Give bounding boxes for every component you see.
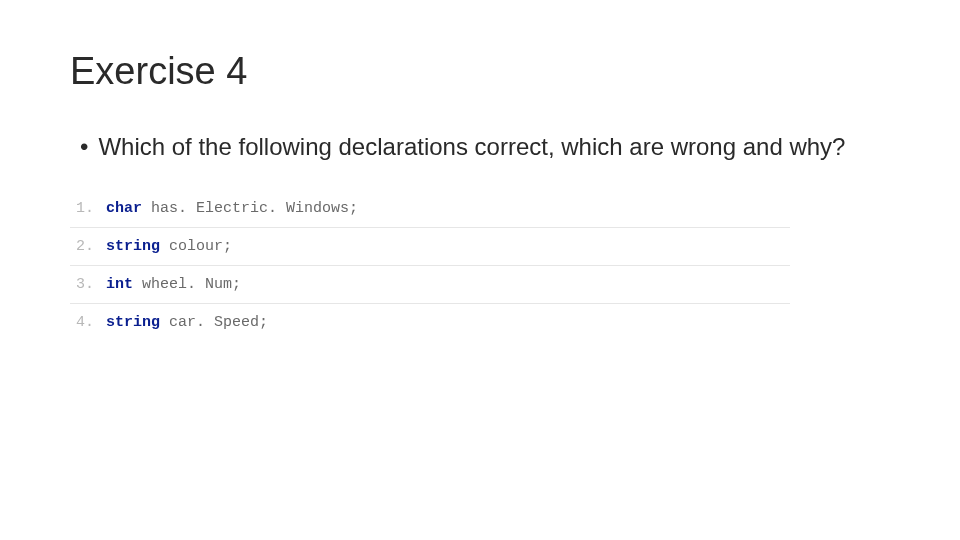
code-semicolon: ; <box>349 200 358 217</box>
code-identifier: wheel. Num <box>142 276 232 293</box>
line-number: 3. <box>70 266 100 304</box>
code-semicolon: ; <box>259 314 268 331</box>
code-keyword: char <box>106 200 142 217</box>
line-number: 1. <box>70 190 100 228</box>
line-number: 2. <box>70 228 100 266</box>
line-number: 4. <box>70 304 100 342</box>
table-row: 4. string car. Speed; <box>70 304 790 342</box>
code-cell: string car. Speed; <box>100 304 790 342</box>
page-title: Exercise 4 <box>70 50 890 93</box>
code-identifier: has. Electric. Windows <box>151 200 349 217</box>
code-keyword: int <box>106 276 133 293</box>
code-semicolon: ; <box>232 276 241 293</box>
code-cell: char has. Electric. Windows; <box>100 190 790 228</box>
bullet-text: Which of the following declarations corr… <box>98 131 890 162</box>
code-keyword: string <box>106 238 160 255</box>
code-keyword: string <box>106 314 160 331</box>
code-identifier: colour <box>169 238 223 255</box>
code-semicolon: ; <box>223 238 232 255</box>
bullet-dot-icon: • <box>80 131 88 162</box>
code-cell: int wheel. Num; <box>100 266 790 304</box>
table-row: 1. char has. Electric. Windows; <box>70 190 790 228</box>
code-table: 1. char has. Electric. Windows; 2. strin… <box>70 190 790 341</box>
code-identifier: car. Speed <box>169 314 259 331</box>
code-cell: string colour; <box>100 228 790 266</box>
bullet-block: • Which of the following declarations co… <box>70 131 890 162</box>
bullet-line: • Which of the following declarations co… <box>70 131 890 162</box>
table-row: 2. string colour; <box>70 228 790 266</box>
table-row: 3. int wheel. Num; <box>70 266 790 304</box>
